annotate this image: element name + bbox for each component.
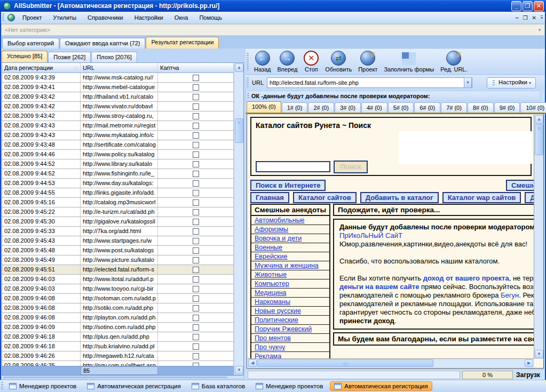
category-link[interactable]: Медицина <box>251 289 329 298</box>
category-link[interactable]: Афоризмы <box>251 225 329 234</box>
captcha-checkbox[interactable] <box>193 84 199 91</box>
main-tab[interactable]: Ожидают ввода каптчи (72) <box>60 38 145 49</box>
captcha-checkbox[interactable] <box>193 247 199 254</box>
menu-item[interactable]: Справочники <box>83 13 128 22</box>
table-row[interactable]: 02.08.2009 9:45:33 http://7ka.org/add.ht… <box>2 227 234 236</box>
table-row[interactable]: 02.08.2009 9:44:55 http://links.gigasite… <box>2 188 234 198</box>
page-horizontal-scrollbar[interactable]: ◀ ▶ <box>248 358 534 367</box>
table-row[interactable]: 02.08.2009 9:45:43 http://www.startpages… <box>2 236 234 246</box>
table-row[interactable]: 02.08.2009 9:43:39 http://www.msk-catalo… <box>2 73 234 83</box>
result-percent-tab[interactable]: 8# (0) <box>468 102 494 113</box>
taskbar-item[interactable]: Менеджер проектов <box>252 382 327 390</box>
close-button[interactable]: ✕ <box>534 1 544 11</box>
table-row[interactable]: 02.08.2009 9:44:46 http://www.policy.su/… <box>2 150 234 159</box>
maximize-button[interactable]: ❐ <box>523 1 533 11</box>
captcha-checkbox[interactable] <box>193 209 199 215</box>
captcha-checkbox[interactable] <box>193 257 199 263</box>
captcha-checkbox[interactable] <box>193 353 199 359</box>
results-tab[interactable]: Позже [262] <box>48 52 91 62</box>
child-minimize-button[interactable]: – <box>516 15 519 21</box>
scroll-left-icon[interactable]: ◀ <box>248 359 257 367</box>
captcha-checkbox[interactable] <box>193 103 199 110</box>
captcha-checkbox[interactable] <box>193 334 199 340</box>
category-link[interactable]: Животные <box>251 270 329 279</box>
menu-item[interactable]: Окна <box>170 13 193 22</box>
table-row[interactable]: 02.08.2009 9:46:03 http://www.tooyoo.ru/… <box>2 284 234 294</box>
table-row[interactable]: 02.08.2009 9:46:26 http://megaweb.h12.ru… <box>2 351 234 361</box>
table-row[interactable]: 02.08.2009 9:45:16 http://catalog.mp3mus… <box>2 198 234 207</box>
captcha-checkbox[interactable] <box>193 267 199 273</box>
results-vertical-scrollbar[interactable]: ▲ ▼ <box>234 63 243 375</box>
scroll-up-icon[interactable]: ▲ <box>235 63 243 72</box>
site-link[interactable]: ПрИкоЛьНыЙ СайТ <box>339 231 402 239</box>
result-percent-tab[interactable]: 9# (0) <box>494 102 520 113</box>
main-tab[interactable]: Выбор категорий <box>2 38 59 49</box>
captcha-checkbox[interactable] <box>193 343 199 350</box>
captcha-checkbox[interactable] <box>193 305 199 311</box>
scrollbar-thumb[interactable] <box>535 124 543 155</box>
toolbar-grip[interactable] <box>2 13 4 21</box>
table-row[interactable]: 02.08.2009 9:45:22 http://e-turizm.ru/ca… <box>2 207 234 217</box>
result-percent-tab[interactable]: 100% (0) <box>247 101 281 113</box>
table-row[interactable]: 02.08.2009 9:43:48 http://sertificate.co… <box>2 140 234 150</box>
result-percent-tab[interactable]: 1# (0) <box>282 102 308 113</box>
captcha-checkbox[interactable] <box>193 276 199 283</box>
captcha-checkbox[interactable] <box>193 171 199 177</box>
scrollbar-thumb[interactable] <box>235 118 243 143</box>
table-row[interactable]: 02.08.2009 9:46:08 http://sotoman.com.ru… <box>2 294 234 303</box>
main-tab[interactable]: Результат регистрации <box>146 37 219 49</box>
category-link[interactable]: Военные <box>251 243 329 252</box>
table-row[interactable]: 02.08.2009 9:46:18 http://sub.krialvino.… <box>2 342 234 351</box>
category-link[interactable]: Еврейские <box>251 252 329 261</box>
category-link[interactable]: Наркоманы <box>251 298 329 307</box>
nav-link[interactable]: Каталог сайтов <box>293 192 357 203</box>
table-row[interactable]: 02.08.2009 9:45:49 http://www.picture.su… <box>2 255 234 265</box>
captcha-checkbox[interactable] <box>193 190 199 196</box>
captcha-checkbox[interactable] <box>193 75 199 81</box>
table-row[interactable]: 02.08.2009 9:43:41 http://www.mebel-cata… <box>2 83 234 92</box>
table-row[interactable]: 02.08.2009 9:43:43 http://www.mykatalog.… <box>2 131 234 140</box>
captcha-checkbox[interactable] <box>193 199 199 206</box>
captcha-checkbox[interactable] <box>193 238 199 244</box>
table-row[interactable]: 02.08.2009 9:43:42 http://www.vivato.ru/… <box>2 102 234 111</box>
captcha-checkbox[interactable] <box>193 151 199 158</box>
toolbar-options-icon[interactable]: ▾ <box>541 15 543 20</box>
child-close-button[interactable]: ✕ <box>532 15 536 21</box>
category-link[interactable]: Поручик Ржевский <box>251 325 329 334</box>
captcha-checkbox[interactable] <box>193 94 199 100</box>
category-link[interactable]: Автомобильные <box>251 216 329 225</box>
taskbar-item[interactable]: Автоматическая регистрация <box>330 381 432 391</box>
captcha-checkbox[interactable] <box>193 295 199 302</box>
nav-link[interactable]: Добавить в каталог <box>360 192 439 203</box>
nav-funny-anekdoty[interactable]: Смешные анекдоты <box>506 180 534 191</box>
table-row[interactable]: 02.08.2009 9:46:18 http://plus.qen.ru/ad… <box>2 332 234 342</box>
column-header-captcha[interactable]: Каптча <box>158 63 234 73</box>
page-vertical-scrollbar[interactable]: ▲ ▼ <box>534 115 543 359</box>
toolbar-button[interactable]: Заполнить формы <box>381 50 437 74</box>
result-percent-tab[interactable]: 4# (0) <box>361 102 387 113</box>
settings-button[interactable]: Настройки ▾ <box>487 77 536 89</box>
table-row[interactable]: 02.08.2009 9:46:08 http://sotiki.com.ru/… <box>2 303 234 313</box>
url-dropdown-icon[interactable]: ▼ <box>464 77 472 88</box>
column-header-date[interactable]: Дата регистрации △ <box>2 63 81 73</box>
taskbar-item[interactable]: База каталогов <box>188 382 249 390</box>
toolbar-button[interactable]: Назад <box>251 50 274 74</box>
taskbar-item[interactable]: Автоматическая регистрация <box>83 382 185 390</box>
scroll-right-icon[interactable]: ▶ <box>525 359 533 367</box>
category-link[interactable]: Вовочка и дети <box>251 234 329 243</box>
chevron-down-icon[interactable]: ▼ <box>535 28 544 33</box>
table-row[interactable]: 02.08.2009 9:44:52 http://www.fishinginf… <box>2 169 234 179</box>
toolbar-button[interactable]: Вперед <box>274 50 301 74</box>
site-search-button[interactable]: Поиск <box>334 161 368 173</box>
toolbar-button[interactable]: Ред. URL. <box>437 50 470 74</box>
captcha-checkbox[interactable] <box>193 228 199 235</box>
captcha-checkbox[interactable] <box>193 113 199 119</box>
nav-link[interactable]: Каталог wap сайтов <box>442 192 521 203</box>
toolbar-grip[interactable] <box>247 93 249 100</box>
minimize-button[interactable]: _ <box>511 1 521 11</box>
table-row[interactable]: 02.08.2009 9:45:48 http://www.post.su/ka… <box>2 246 234 255</box>
captcha-checkbox[interactable] <box>193 219 199 225</box>
toolbar-button[interactable]: Стоп <box>300 50 322 74</box>
menu-item[interactable]: Помощь <box>194 13 227 22</box>
captcha-checkbox[interactable] <box>193 324 199 331</box>
